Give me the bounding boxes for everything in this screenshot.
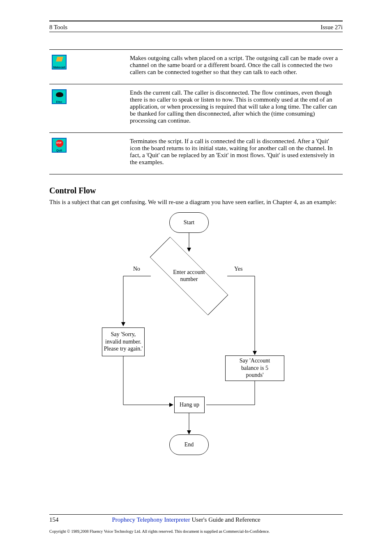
footer-copyright: Copyright © 1989,2008 Fluency Voice Tech…: [49, 529, 343, 534]
section-title: Control Flow: [49, 186, 343, 195]
flow-node-decision: Enter account number: [148, 251, 230, 301]
disc-icon: Disc: [52, 89, 67, 104]
makecall-description: Makes outgoing calls when placed on a sc…: [127, 49, 343, 84]
quit-description: Terminates the script. If a call is conn…: [127, 132, 343, 174]
footer-page-number: 154: [49, 516, 59, 523]
example-flowchart: Start Enter account number No Yes Say 'S…: [49, 208, 345, 455]
flow-icons-table: Makecall Makes outgoing calls when place…: [49, 35, 343, 174]
makecall-icon: Makecall: [52, 55, 67, 70]
header-right: Issue 27i: [321, 24, 343, 31]
header-left: 8 Tools: [49, 24, 67, 31]
section-paragraph: This is a subject that can get confusing…: [49, 198, 343, 207]
footer-product: Prophecy Telephony Interpreter: [112, 516, 190, 523]
footer-guide: User's Guide and Reference: [192, 516, 261, 523]
disc-description: Ends the current call. The caller is dis…: [127, 84, 343, 132]
quit-icon: Quit: [52, 138, 67, 153]
